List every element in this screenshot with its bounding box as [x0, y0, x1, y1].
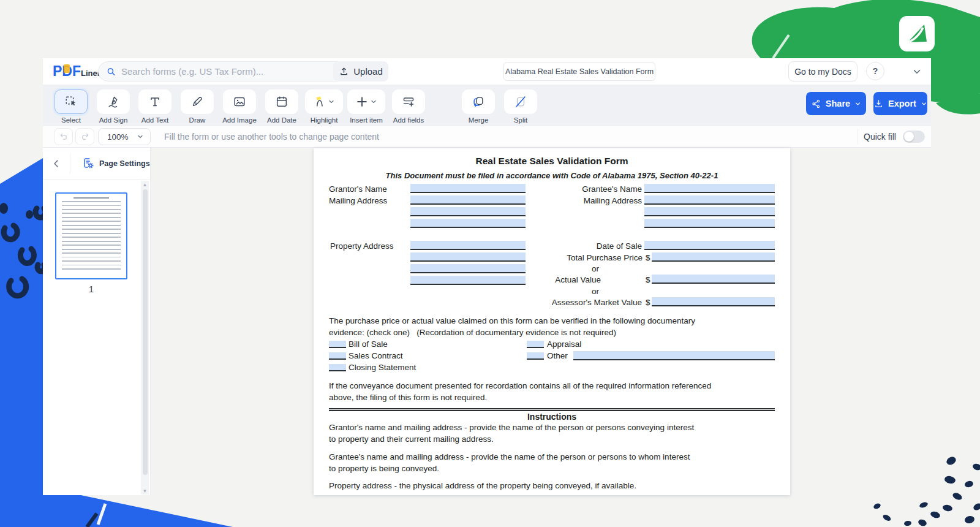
- upload-icon: [339, 66, 349, 77]
- brand-logo-glyph: [908, 25, 927, 42]
- grantor-name-field[interactable]: [410, 184, 526, 193]
- doc-subtitle: This Document must be filed in accordanc…: [314, 171, 790, 180]
- split-slash-icon: [514, 95, 527, 108]
- verification-text-line2: evidence: (check one) (Recordation of do…: [329, 328, 616, 337]
- or-label-1: or: [577, 264, 614, 273]
- zoom-chevron-icon: [137, 133, 144, 140]
- share-button[interactable]: Share: [806, 92, 866, 115]
- sales-contract-label: Sales Contract: [349, 351, 403, 360]
- grantor-address-field-2[interactable]: [410, 207, 526, 216]
- help-button[interactable]: ?: [866, 62, 884, 80]
- instruction-grantee-line2: to property is being conveyed.: [329, 464, 439, 473]
- share-chevron-icon: [854, 100, 861, 107]
- actual-value-dollar: $: [646, 275, 650, 284]
- property-address-label: Property Address: [330, 241, 394, 251]
- logo-liner-text: Liner: [81, 69, 100, 78]
- quick-fill-label: Quick fill: [864, 126, 896, 147]
- zoom-value: 100%: [107, 132, 129, 142]
- bill-of-sale-checkbox[interactable]: [329, 341, 346, 348]
- sidebar-header: Page Settings: [43, 148, 150, 180]
- total-purchase-price-dollar: $: [646, 253, 650, 262]
- brand-logo-tile: [899, 16, 935, 51]
- other-field[interactable]: [573, 351, 775, 360]
- doc-title: Real Estate Sales Validation Form: [314, 156, 790, 167]
- or-label-2: or: [577, 287, 614, 296]
- grantee-address-field-1[interactable]: [644, 195, 775, 205]
- property-address-field-1[interactable]: [410, 241, 526, 250]
- account-menu-chevron-icon[interactable]: [911, 66, 922, 77]
- closing-statement-checkbox[interactable]: [329, 364, 346, 371]
- thumbnails-sidebar: Page Settings 1 ▲ ▼: [43, 148, 151, 495]
- date-of-sale-field[interactable]: [644, 241, 775, 250]
- plus-icon: [355, 95, 369, 108]
- appraisal-label: Appraisal: [547, 339, 581, 349]
- property-address-field-4[interactable]: [410, 276, 526, 285]
- insert-item-chevron-icon: [370, 98, 377, 105]
- grantor-mailing-label: Mailing Address: [329, 196, 387, 205]
- scroll-up-arrow[interactable]: ▲: [141, 182, 149, 188]
- navy-dots-decoration: [873, 455, 980, 527]
- scroll-down-arrow[interactable]: ▼: [141, 488, 149, 494]
- section-divider-rule: [329, 408, 775, 411]
- sidebar-scrollbar-thumb[interactable]: [143, 189, 148, 475]
- quick-fill-toggle[interactable]: [903, 131, 925, 143]
- export-label: Export: [888, 99, 916, 108]
- other-checkbox[interactable]: [527, 352, 544, 360]
- upload-button[interactable]: Upload: [333, 61, 388, 82]
- grantee-name-field[interactable]: [644, 184, 775, 193]
- share-label: Share: [826, 99, 850, 108]
- instruction-grantor-line1: Grantor's name and mailing address - pro…: [329, 423, 694, 432]
- fields-plus-icon: [402, 95, 415, 108]
- instruction-property-line1: Property address - the physical address …: [329, 481, 636, 490]
- collapse-sidebar-chevron-icon[interactable]: [51, 158, 62, 169]
- go-to-my-docs-button[interactable]: Go to my Docs: [788, 61, 858, 82]
- property-address-field-3[interactable]: [410, 264, 526, 273]
- conveyance-note-line1: If the conveyance document presented for…: [329, 381, 711, 390]
- grantor-address-field-1[interactable]: [410, 195, 526, 205]
- upload-label: Upload: [353, 66, 383, 77]
- help-label: ?: [873, 66, 878, 76]
- date-of-sale-label: Date of Sale: [546, 241, 642, 251]
- assessors-market-value-field[interactable]: [652, 297, 775, 306]
- tool-split[interactable]: Split: [493, 89, 548, 124]
- pdfliner-logo[interactable]: PDFLiner: [53, 63, 100, 80]
- zoom-level-select[interactable]: 100%: [98, 128, 151, 145]
- search-form: [98, 61, 368, 82]
- redo-button[interactable]: [75, 128, 94, 145]
- sidebar-header-divider: [70, 154, 70, 173]
- highlight-chevron-icon: [328, 98, 335, 105]
- export-button[interactable]: Export: [873, 92, 927, 115]
- actual-value-field[interactable]: [652, 275, 775, 284]
- page-settings-button[interactable]: Page Settings: [82, 157, 150, 170]
- export-chevron-icon: [921, 100, 927, 107]
- logo-accent: [64, 64, 70, 73]
- bill-of-sale-label: Bill of Sale: [349, 339, 388, 349]
- appraisal-checkbox[interactable]: [527, 341, 544, 348]
- text-icon: [148, 95, 162, 108]
- grantor-address-field-3[interactable]: [410, 219, 526, 228]
- toolbar-hint-text: Fill the form or use another tools to ch…: [164, 126, 379, 147]
- assessors-market-value-dollar: $: [646, 298, 650, 307]
- search-input[interactable]: [121, 66, 360, 77]
- grantee-address-field-3[interactable]: [644, 219, 775, 228]
- property-address-field-2[interactable]: [410, 252, 526, 262]
- grantee-address-field-2[interactable]: [644, 207, 775, 216]
- select-cursor-icon: [64, 95, 78, 108]
- undo-button[interactable]: [54, 128, 73, 145]
- page-thumbnail[interactable]: [55, 192, 127, 279]
- grantor-name-label: Grantor's Name: [329, 184, 387, 194]
- other-label: Other: [547, 351, 568, 360]
- merge-shapes-icon: [472, 95, 485, 108]
- undo-icon: [59, 132, 69, 142]
- total-purchase-price-field[interactable]: [652, 252, 775, 262]
- page-settings-label: Page Settings: [99, 159, 150, 168]
- sales-contract-checkbox[interactable]: [329, 352, 346, 360]
- pen-icon: [190, 95, 204, 108]
- instruction-grantor-line2: to property and their current mailing ad…: [329, 434, 494, 444]
- grantee-name-label: Grantee's Name: [546, 184, 642, 194]
- export-download-icon: [873, 99, 884, 109]
- document-title-input[interactable]: [503, 62, 655, 81]
- tool-add-fields[interactable]: Add fields: [381, 89, 436, 124]
- verification-text-line1: The purchase price or actual value claim…: [329, 316, 695, 325]
- redo-icon: [80, 132, 90, 142]
